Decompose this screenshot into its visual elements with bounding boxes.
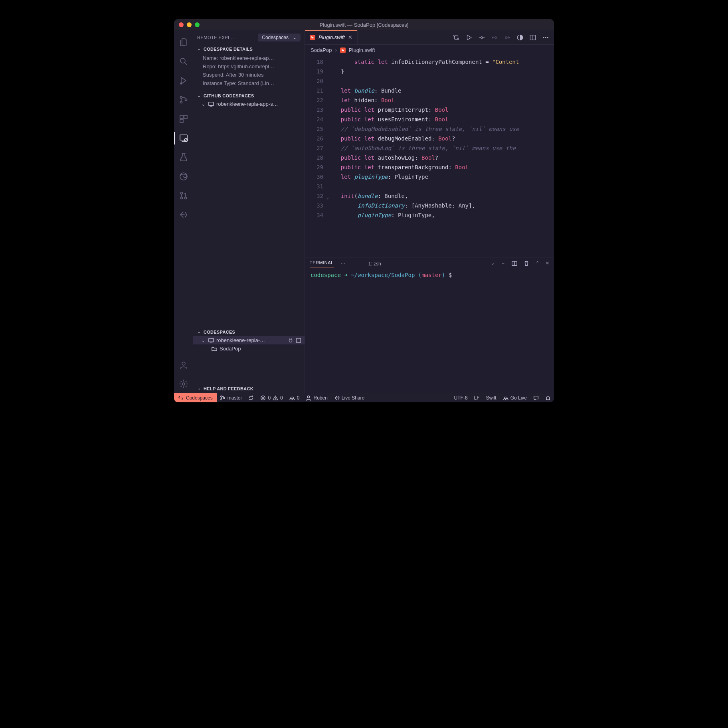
svg-rect-16 [209,102,214,105]
commit-icon[interactable] [478,34,485,41]
status-language[interactable]: Swift [483,395,500,401]
new-window-icon[interactable] [296,338,301,343]
details-list: Name: robenkleene-repla-ap… Repo: https:… [193,53,305,91]
codespace-folder-item[interactable]: SodaPop [193,344,305,353]
section-header-codespaces[interactable]: ⌄ CODESPACES [193,328,305,336]
source-control-icon[interactable] [174,91,193,109]
search-icon[interactable] [174,53,193,70]
terminal-host: codespace [311,272,341,278]
status-bell-icon[interactable] [542,395,554,401]
status-errors: 0 [268,395,271,401]
sidebar-target-dropdown[interactable]: Codespaces ⌄ [258,34,301,42]
extensions-icon[interactable] [174,110,193,128]
settings-gear-icon[interactable] [174,375,193,393]
status-branch[interactable]: master [217,395,245,401]
svg-point-34 [292,399,293,400]
terminal-output[interactable]: codespace ➜ ~/workspace/SodaPop (master)… [305,270,554,393]
status-feedback-icon[interactable] [530,395,542,401]
terminal-dropdown-icon[interactable]: ⌄ [491,261,495,267]
split-editor-icon[interactable] [529,34,536,41]
chevron-down-icon: ⌄ [201,101,206,107]
code-editor[interactable]: 181920212223242526272829303132⌄3334 stat… [305,55,554,257]
svg-point-27 [545,37,546,38]
panel-tab-terminal[interactable]: TERMINAL [310,260,334,267]
maximize-panel-icon[interactable]: ⌃ [536,261,539,267]
codespace-item[interactable]: ⌄ robenkleene-repla-… [193,336,305,344]
status-remote[interactable]: Codespaces [174,393,217,402]
tree-label: robenkleene-repla-… [216,337,285,343]
folder-icon [212,346,217,352]
chevron-down-icon: ⌄ [196,46,202,51]
edge-icon[interactable] [174,168,193,185]
tab-plugin-swift[interactable]: Plugin.swift ✕ [305,30,358,44]
run-icon[interactable] [465,34,473,41]
svg-point-22 [495,36,497,38]
more-actions-icon[interactable] [542,34,549,41]
svg-point-36 [505,399,506,400]
chevron-down-icon: ⌄ [196,93,202,98]
run-debug-icon[interactable] [174,72,193,89]
activity-bar [174,30,193,393]
maximize-window-button[interactable] [195,22,200,27]
status-remote-label: Codespaces [186,395,213,401]
prev-commit-icon[interactable] [491,34,498,41]
close-panel-icon[interactable]: ✕ [546,261,549,267]
accounts-icon[interactable] [174,356,193,374]
swift-file-icon [310,35,315,40]
window-title: Plugin.swift — SodaPop [Codespaces] [174,22,554,28]
status-ports[interactable]: 0 [286,395,303,401]
swift-file-icon [340,47,346,53]
terminal-branch: master [421,272,442,278]
chevron-down-icon: ⌄ [201,337,206,343]
chevron-right-icon: › [196,386,202,391]
split-terminal-icon[interactable] [512,261,517,267]
breadcrumb-file[interactable]: Plugin.swift [349,47,375,53]
status-liveshare[interactable]: Live Share [331,395,368,401]
status-problems[interactable]: 0 0 [257,395,286,401]
editor-area: Plugin.swift ✕ SodaPop › Pl [305,30,554,393]
explorer-icon[interactable] [174,34,193,51]
sidebar-title: REMOTE EXPL… [197,35,255,40]
status-encoding[interactable]: UTF-8 [451,395,471,401]
chevron-down-icon: ⌄ [196,329,202,334]
detail-suspend: Suspend: After 30 minutes [203,71,305,79]
status-sync[interactable] [245,395,257,401]
minimize-window-button[interactable] [187,22,192,27]
sidebar-dropdown-label: Codespaces [262,35,289,40]
section-header-help[interactable]: › HELP AND FEEDBACK [193,385,305,393]
terminal-shell-label[interactable]: 1: zsh [368,261,381,267]
line-number-gutter: 181920212223242526272829303132⌄3334 [305,55,327,257]
section-header-details[interactable]: ⌄ CODESPACE DETAILS [193,45,305,53]
plug-icon[interactable] [288,338,293,343]
detail-instance: Instance Type: Standard (Lin… [203,79,305,87]
status-user[interactable]: Roben [303,395,330,401]
toggle-icon[interactable] [516,34,524,41]
remote-explorer-icon[interactable] [174,129,193,147]
github-codespace-item[interactable]: ⌄ robenkleene-repla-app-s… [193,100,305,108]
detail-repo: Repo: https://github.com/repl… [203,62,305,71]
live-share-icon[interactable] [174,206,193,224]
code-content[interactable]: static let infoDictionaryPathComponent =… [327,55,554,257]
status-golive[interactable]: Go Live [500,395,530,401]
compare-changes-icon[interactable] [453,34,460,41]
testing-icon[interactable] [174,148,193,166]
panel-more-icon[interactable]: ⋯ [341,261,345,267]
github-pr-icon[interactable] [174,187,193,204]
status-eol[interactable]: LF [471,395,483,401]
close-tab-icon[interactable]: ✕ [348,34,352,40]
next-commit-icon[interactable] [504,34,511,41]
editor-toolbar [448,30,554,44]
status-warnings: 0 [280,395,283,401]
chevron-down-icon: ⌄ [293,35,297,40]
svg-point-35 [308,396,310,398]
new-terminal-icon[interactable]: ＋ [501,261,505,267]
section-header-github[interactable]: ⌄ GITHUB CODESPACES [193,91,305,100]
close-window-button[interactable] [179,22,184,27]
window: Plugin.swift — SodaPop [Codespaces] REMO… [174,19,554,402]
breadcrumb[interactable]: SodaPop › Plugin.swift [305,45,554,55]
sidebar-header: REMOTE EXPL… Codespaces ⌄ [193,30,305,45]
traffic-lights [174,22,200,27]
tree-actions [288,338,301,343]
breadcrumb-root[interactable]: SodaPop [311,47,332,53]
kill-terminal-icon[interactable] [524,261,529,267]
